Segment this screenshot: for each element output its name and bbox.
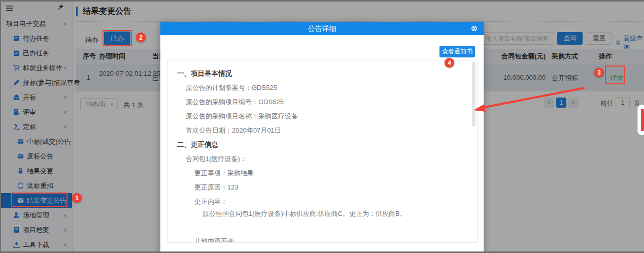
- scrollbar-thumb[interactable]: [472, 61, 476, 126]
- side-panel-handle[interactable]: [637, 105, 644, 135]
- app-window: 项目电子交易∧待办任务已办任务标前业务操作∨投标(参与)情况查看开标∨评审∨定标…: [0, 0, 644, 253]
- announcement-content-box: 一、项目基本情况原公告的计划备案号：GDS525原公告的采购项目编号：GDS52…: [167, 60, 478, 243]
- close-icon[interactable]: ⊗: [471, 22, 478, 35]
- announcement-line: 原公告的合同包1(医疗设备)中标供应商:供应商C。更正为：供应商B。: [168, 209, 477, 221]
- view-notice-button[interactable]: 查看通知书: [439, 46, 475, 57]
- announcement-detail-modal: 公告详细 ⊗ 查看通知书 一、项目基本情况原公告的计划备案号：GDS525原公告…: [160, 22, 484, 253]
- announcement-line: 合同包1(医疗设备)：: [168, 152, 477, 166]
- side-panel-handle-badge: [641, 109, 644, 131]
- announcement-line: 一、项目基本情况: [168, 67, 477, 81]
- announcement-line: 原公告的采购项目编号：GDS525: [168, 95, 477, 109]
- window-edge-left: [0, 0, 1, 253]
- modal-header: 公告详细 ⊗: [160, 22, 484, 35]
- announcement-line: 首次公告日期：2020年07月01日: [168, 123, 477, 138]
- window-edge-top: [0, 0, 644, 2]
- announcement-line: 原公告的采购项目名称：采购医疗设备: [168, 109, 477, 123]
- announcement-line: 更正事项：采购结果: [168, 166, 477, 180]
- announcement-line: 更正原因：123: [168, 180, 477, 195]
- announcement-line: 原公告的计划备案号：GDS525: [168, 81, 477, 95]
- announcement-line: 更正内容：: [168, 195, 477, 209]
- announcement-line: 其他内容不变: [168, 234, 477, 243]
- announcement-line: 二、更正信息: [168, 138, 477, 152]
- modal-title: 公告详细: [160, 22, 484, 35]
- announcement-text: 一、项目基本情况原公告的计划备案号：GDS525原公告的采购项目编号：GDS52…: [168, 60, 477, 243]
